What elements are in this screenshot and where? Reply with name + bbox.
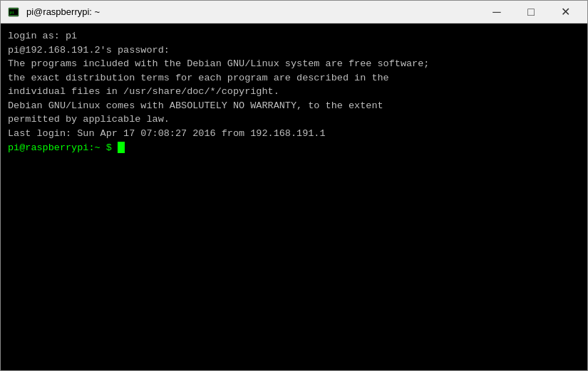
terminal-line-1: login as: pi <box>8 29 580 43</box>
titlebar: pi pi@raspberrypi: ~ ─ □ ✕ <box>1 1 587 23</box>
window-icon: pi <box>6 5 21 19</box>
terminal-line-4: The programs included with the Debian GN… <box>8 57 580 71</box>
window-controls: ─ □ ✕ <box>480 1 582 23</box>
prompt-text: pi@raspberrypi:~ $ <box>8 141 118 155</box>
terminal-body[interactable]: login as: pi pi@192.168.191.2's password… <box>1 23 587 370</box>
terminal-line-10: Last login: Sun Apr 17 07:08:27 2016 fro… <box>8 127 580 141</box>
terminal-line-2: pi@192.168.191.2's password: <box>8 43 580 58</box>
terminal-line-6: individual files in /usr/share/doc/*/cop… <box>8 85 580 99</box>
prompt-line: pi@raspberrypi:~ $ <box>8 141 580 155</box>
terminal-window: pi pi@raspberrypi: ~ ─ □ ✕ login as: pi … <box>0 0 588 371</box>
terminal-line-8: Debian GNU/Linux comes with ABSOLUTELY N… <box>8 99 580 113</box>
terminal-line-9: permitted by applicable law. <box>8 113 580 127</box>
terminal-line-5: the exact distribution terms for each pr… <box>8 71 580 85</box>
cursor <box>118 142 125 153</box>
maximize-button[interactable]: □ <box>515 1 547 23</box>
minimize-button[interactable]: ─ <box>480 1 513 23</box>
close-button[interactable]: ✕ <box>549 1 582 23</box>
svg-text:pi: pi <box>10 10 14 15</box>
window-title: pi@raspberrypi: ~ <box>26 6 480 17</box>
